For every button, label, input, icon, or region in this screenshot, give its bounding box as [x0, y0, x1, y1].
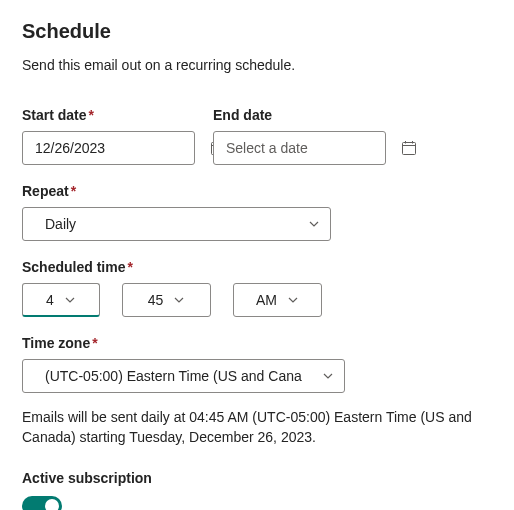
- active-subscription-label: Active subscription: [22, 470, 492, 486]
- start-date-input[interactable]: [35, 140, 210, 156]
- timezone-value: (UTC-05:00) Eastern Time (US and Cana: [45, 368, 322, 384]
- repeat-field: Repeat* Daily: [22, 183, 492, 241]
- page-description: Send this email out on a recurring sched…: [22, 57, 492, 73]
- start-date-label-text: Start date: [22, 107, 87, 123]
- chevron-down-icon: [173, 294, 185, 306]
- minute-value: 45: [148, 292, 164, 308]
- svg-rect-4: [403, 143, 416, 155]
- repeat-value: Daily: [45, 216, 308, 232]
- repeat-label-text: Repeat: [22, 183, 69, 199]
- chevron-down-icon: [308, 218, 320, 230]
- scheduled-time-label: Scheduled time*: [22, 259, 492, 275]
- end-date-input-wrap[interactable]: [213, 131, 386, 165]
- timezone-select[interactable]: (UTC-05:00) Eastern Time (US and Cana: [22, 359, 345, 393]
- repeat-select[interactable]: Daily: [22, 207, 331, 241]
- period-select[interactable]: AM: [233, 283, 322, 317]
- end-date-input[interactable]: [226, 140, 401, 156]
- start-date-input-wrap[interactable]: [22, 131, 195, 165]
- chevron-down-icon: [322, 370, 334, 382]
- repeat-label: Repeat*: [22, 183, 492, 199]
- period-value: AM: [256, 292, 277, 308]
- scheduled-time-field: Scheduled time* 4 45 AM: [22, 259, 492, 317]
- end-date-field: End date: [213, 107, 386, 165]
- hour-value: 4: [46, 292, 54, 308]
- required-marker: *: [127, 259, 132, 275]
- active-subscription-toggle[interactable]: [22, 496, 62, 510]
- chevron-down-icon: [287, 294, 299, 306]
- start-date-field: Start date*: [22, 107, 195, 165]
- start-date-label: Start date*: [22, 107, 195, 123]
- toggle-thumb: [45, 499, 59, 510]
- chevron-down-icon: [64, 294, 76, 306]
- required-marker: *: [71, 183, 76, 199]
- page-title: Schedule: [22, 20, 492, 43]
- timezone-label: Time zone*: [22, 335, 492, 351]
- required-marker: *: [92, 335, 97, 351]
- timezone-label-text: Time zone: [22, 335, 90, 351]
- calendar-icon[interactable]: [401, 140, 417, 156]
- scheduled-time-label-text: Scheduled time: [22, 259, 125, 275]
- schedule-summary: Emails will be sent daily at 04:45 AM (U…: [22, 407, 492, 448]
- timezone-field: Time zone* (UTC-05:00) Eastern Time (US …: [22, 335, 492, 393]
- minute-select[interactable]: 45: [122, 283, 211, 317]
- hour-select[interactable]: 4: [22, 283, 100, 317]
- required-marker: *: [89, 107, 94, 123]
- end-date-label: End date: [213, 107, 386, 123]
